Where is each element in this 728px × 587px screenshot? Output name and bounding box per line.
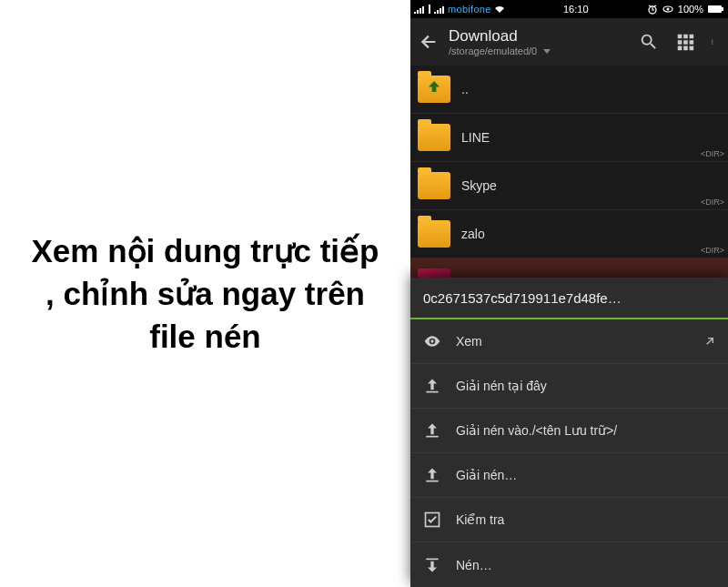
app-bar: Download /storage/emulated/0	[410, 18, 728, 66]
arrow-left-icon	[419, 32, 439, 52]
instruction-caption: Xem nội dung trực tiếp , chỉnh sửa ngay …	[27, 229, 383, 359]
folder-up-icon	[418, 76, 450, 103]
dir-tag: <DIR>	[701, 197, 724, 207]
svg-point-8	[712, 43, 713, 44]
compress-icon	[423, 556, 441, 574]
menu-label: Xem	[456, 334, 482, 349]
svg-rect-0	[429, 5, 430, 14]
carrier-label: mobifone	[448, 4, 491, 15]
svg-rect-9	[426, 391, 438, 393]
folder-icon	[418, 124, 450, 151]
dir-tag: <DIR>	[701, 246, 724, 255]
eye-icon	[423, 332, 441, 350]
status-bar: mobifone 16:10 100%	[410, 0, 728, 18]
menu-label: Nén…	[456, 558, 492, 572]
dropdown-indicator-icon	[543, 49, 551, 54]
svg-point-7	[712, 41, 713, 42]
sheet-title: 0c2671537c5d719911e7d48fe…	[410, 278, 728, 319]
wifi-icon	[494, 5, 505, 14]
battery-label: 100%	[678, 4, 703, 15]
signal-icon	[434, 5, 445, 14]
open-external-icon	[703, 334, 717, 349]
context-menu-sheet: 0c2671537c5d719911e7d48fe… Xem Giải nén …	[410, 278, 728, 587]
menu-label: Giải nén vào./<tên Lưu trữ>/	[456, 423, 617, 438]
menu-item-extract-here[interactable]: Giải nén tại đây	[410, 364, 728, 409]
item-label: LINE	[461, 130, 721, 145]
menu-label: Giải nén tại đây	[456, 379, 547, 393]
phone-screenshot: mobifone 16:10 100% Download /storage/em…	[410, 0, 728, 587]
list-item[interactable]: Skype <DIR>	[410, 162, 728, 210]
folder-icon	[418, 172, 450, 199]
list-item[interactable]: LINE <DIR>	[410, 114, 728, 162]
clock-label: 16:10	[563, 4, 589, 15]
svg-rect-4	[708, 5, 722, 13]
checkbox-icon	[423, 511, 441, 529]
list-item-parent[interactable]: ..	[410, 66, 728, 114]
folder-path: /storage/emulated/0	[449, 46, 630, 56]
menu-item-compress[interactable]: Nén…	[410, 542, 728, 587]
menu-item-view[interactable]: Xem	[410, 319, 728, 364]
back-button[interactable]	[418, 31, 440, 53]
item-label: zalo	[461, 227, 721, 241]
battery-icon	[708, 5, 724, 14]
svg-rect-10	[426, 436, 438, 438]
menu-item-test[interactable]: Kiểm tra	[410, 498, 728, 542]
menu-item-extract[interactable]: Giải nén…	[410, 453, 728, 498]
alarm-icon	[647, 4, 658, 15]
svg-point-3	[666, 8, 669, 11]
list-item[interactable]: zalo <DIR>	[410, 210, 728, 258]
grid-view-icon[interactable]	[675, 32, 695, 52]
menu-label: Giải nén…	[456, 468, 517, 482]
instruction-panel: Xem nội dung trực tiếp , chỉnh sửa ngay …	[0, 0, 410, 587]
folder-icon	[418, 220, 450, 248]
svg-point-6	[712, 39, 713, 40]
appbar-titles[interactable]: Download /storage/emulated/0	[449, 27, 630, 56]
overflow-menu-icon[interactable]	[712, 32, 717, 52]
sim-divider-icon	[428, 5, 431, 14]
item-label: ..	[461, 82, 721, 96]
svg-rect-5	[722, 7, 723, 11]
extract-icon	[423, 377, 441, 395]
extract-icon	[423, 421, 441, 440]
dir-tag: <DIR>	[701, 149, 724, 158]
menu-item-extract-to[interactable]: Giải nén vào./<tên Lưu trữ>/	[410, 409, 728, 453]
signal-icon	[414, 5, 425, 14]
folder-title: Download	[449, 27, 630, 46]
item-label: Skype	[461, 178, 721, 193]
extract-icon	[423, 466, 441, 484]
menu-label: Kiểm tra	[456, 512, 504, 527]
eye-icon	[662, 4, 673, 15]
svg-rect-13	[426, 558, 438, 560]
svg-rect-11	[426, 481, 438, 482]
file-list: .. LINE <DIR> Skype <DIR> zalo <DIR> 0c2…	[410, 66, 728, 307]
search-icon[interactable]	[639, 32, 659, 52]
